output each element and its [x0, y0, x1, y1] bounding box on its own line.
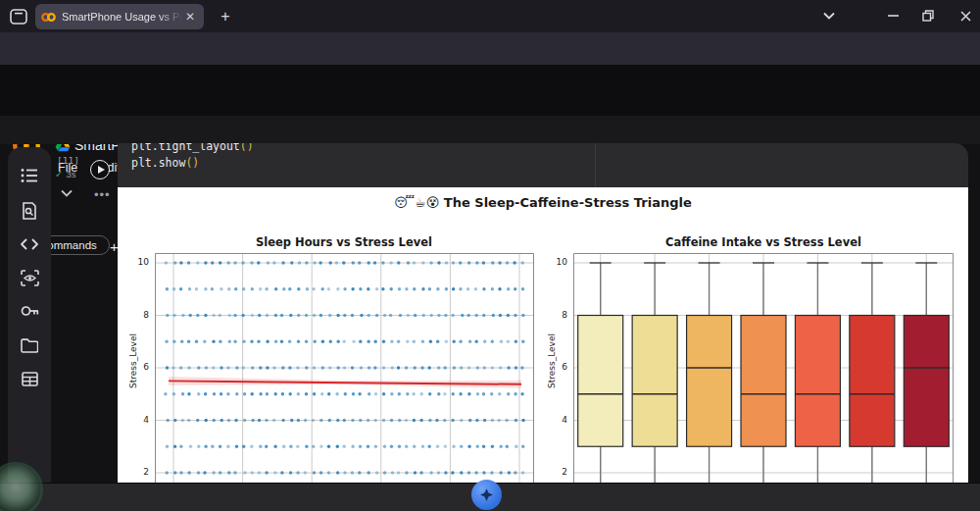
- sleep-scatter-axes: [155, 253, 534, 483]
- cell-duration: 3s: [66, 169, 75, 179]
- window-minimize-button[interactable]: [880, 6, 906, 26]
- execution-time: ✓ 3s: [55, 169, 75, 179]
- code-cell[interactable]: plt.tight_layout()plt.show(): [118, 143, 968, 187]
- left-sidebar: [8, 147, 51, 483]
- sidebar-files-icon[interactable]: [8, 331, 51, 360]
- play-icon: [98, 166, 105, 174]
- sidebar-find-replace-icon[interactable]: [8, 196, 51, 226]
- firefox-view-icon[interactable]: [8, 8, 29, 26]
- spark-icon: [478, 486, 495, 503]
- scatter-plot-title: Sleep Hours vs Stress Level: [256, 235, 432, 249]
- y-axis-label: Stress_Level: [547, 332, 557, 390]
- browser-tab-strip: SmartPhone Usage vs Productiv ✕ +: [0, 0, 980, 32]
- box-5: [795, 263, 840, 483]
- gemini-spark-button[interactable]: [471, 480, 502, 510]
- column-ruler: [595, 143, 596, 187]
- run-cell-button[interactable]: [90, 160, 110, 179]
- cell-output: 😴☕😵 The Sleep-Caffeine-Stress Triangle S…: [118, 187, 968, 483]
- y-tick-label: 8: [127, 310, 149, 320]
- caffeine-boxplot-axes: [573, 253, 954, 483]
- box-3: [687, 263, 732, 483]
- sidebar-scan-eye-icon[interactable]: [8, 263, 51, 292]
- y-tick-label: 10: [546, 257, 567, 267]
- y-tick-label: 10: [127, 257, 149, 267]
- sidebar-code-snippets-icon[interactable]: [8, 230, 51, 259]
- box-1: [578, 263, 623, 483]
- y-tick-label: 2: [127, 467, 149, 477]
- colab-header: SmartPhone Usage vs Productivity & Stres…: [0, 65, 980, 116]
- box-2: [632, 263, 677, 483]
- screen: SmartPhone Usage vs Productiv ✕ +: [0, 0, 980, 511]
- new-tab-button[interactable]: +: [216, 7, 235, 26]
- sidebar-table-of-contents-icon[interactable]: [8, 161, 51, 190]
- cell-success-check-icon: ✓: [55, 169, 63, 179]
- sidebar-data-table-icon[interactable]: [8, 364, 51, 393]
- boxplot-title: Caffeine Intake vs Stress Level: [665, 235, 861, 249]
- output-options-icon[interactable]: •••: [94, 187, 111, 202]
- y-tick-label: 4: [546, 415, 567, 425]
- box-4: [741, 263, 786, 483]
- tab-list-chevron-icon[interactable]: [816, 6, 842, 26]
- browser-nav-bar: colab.research.google.com/drive/1Fa0fGvb…: [0, 32, 980, 65]
- execution-count: [11]: [57, 155, 79, 166]
- code-editor[interactable]: plt.tight_layout()plt.show(): [131, 143, 254, 172]
- box-6: [850, 263, 895, 483]
- collapse-output-chevron-icon[interactable]: [61, 189, 73, 197]
- tab-title: SmartPhone Usage vs Productiv: [62, 11, 182, 23]
- browser-tab-active[interactable]: SmartPhone Usage vs Productiv ✕: [35, 4, 204, 29]
- colab-favicon: [41, 12, 56, 23]
- window-restore-button[interactable]: [915, 6, 941, 26]
- y-axis-label: Stress_Level: [128, 332, 138, 390]
- figure-title: 😴☕😵 The Sleep-Caffeine-Stress Triangle: [118, 195, 968, 210]
- window-close-button[interactable]: [953, 6, 978, 26]
- y-tick-label: 4: [127, 415, 149, 425]
- colab-toolbar: Commands + Code + Text Run all ✓ RAM Dis…: [0, 116, 980, 144]
- y-tick-label: 2: [546, 467, 567, 477]
- y-tick-label: 8: [546, 310, 567, 320]
- tab-close-icon[interactable]: ✕: [182, 10, 198, 24]
- box-7: [904, 263, 949, 483]
- sidebar-secrets-key-icon[interactable]: [8, 296, 51, 326]
